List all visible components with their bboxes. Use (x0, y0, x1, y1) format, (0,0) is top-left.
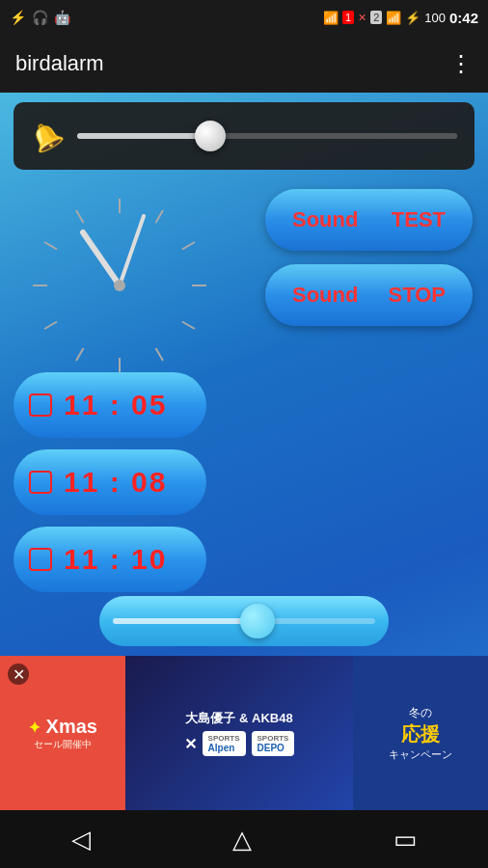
sim2-icon: 2 (370, 11, 382, 24)
sound-test-label-left: Sound (292, 207, 358, 232)
ad-campaign-text: キャンペーン (389, 747, 452, 762)
home-button[interactable]: △ (213, 817, 271, 862)
status-bar: ⚡ 🎧 🤖 📶 1 ✕ 2 📶 ⚡ 100 0:42 (0, 0, 488, 35)
ad-xmas-sub: セール開催中 (34, 738, 92, 751)
ad-sports-text: 応援 (401, 721, 440, 747)
alarm-item-1[interactable]: 11 : 08 (14, 449, 206, 515)
ad-logos: ✕ SPORTS Alpen SPORTS DEPO (184, 731, 295, 756)
svg-line-11 (76, 210, 84, 223)
clock-container (14, 179, 226, 392)
ad-xmas-title: ✦ Xmas (28, 716, 97, 738)
sound-test-label-right: TEST (392, 207, 446, 232)
svg-line-4 (182, 322, 195, 330)
volume-icon: 🔔 (25, 116, 67, 157)
ad-logo-x: ✕ (184, 735, 197, 753)
nav-bar: ◁ △ ▭ (0, 810, 488, 868)
sound-stop-label-left: Sound (292, 283, 358, 308)
ad-person-name: 大島優子 & AKB48 (185, 710, 292, 727)
more-options-icon[interactable]: ⋮ (449, 50, 473, 77)
battery-charging-icon: ⚡ (405, 11, 420, 25)
status-icons-right: 📶 1 ✕ 2 📶 ⚡ 100 0:42 (323, 10, 478, 26)
back-button[interactable]: ◁ (52, 817, 110, 862)
app-bar: birdalarm ⋮ (0, 35, 488, 93)
bottom-slider-track[interactable] (113, 618, 375, 624)
svg-point-14 (114, 280, 125, 291)
signal2-icon: 📶 (386, 11, 401, 25)
svg-line-8 (44, 322, 57, 330)
ad-banner: ✦ Xmas セール開催中 大島優子 & AKB48 ✕ SPORTS Alpe… (0, 656, 488, 810)
recents-button[interactable]: ▭ (374, 817, 437, 862)
alarm-list: 11 : 05 11 : 08 11 : 10 (14, 372, 206, 592)
bottom-slider-container[interactable] (99, 596, 389, 646)
battery-percent: 100 (424, 11, 446, 25)
alarm-checkbox-2[interactable] (29, 548, 52, 571)
alarm-item-2[interactable]: 11 : 10 (14, 527, 206, 592)
clock-svg (14, 179, 226, 392)
ad-close-button[interactable]: ✕ (8, 664, 29, 685)
alarm-checkbox-1[interactable] (29, 471, 52, 494)
app-title: birdalarm (15, 51, 104, 76)
svg-line-5 (156, 348, 164, 361)
alarm-time-1: 11 : 08 (64, 466, 167, 499)
alarm-checkbox-0[interactable] (29, 393, 52, 417)
ad-winter-text: 冬の (409, 705, 432, 721)
svg-line-10 (44, 242, 57, 250)
usb-icon: ⚡ (10, 10, 26, 25)
svg-line-12 (83, 232, 120, 285)
sound-stop-label-right: STOP (388, 283, 446, 308)
sim1-icon: 1 (342, 11, 354, 24)
volume-slider-fill (77, 133, 210, 139)
ad-right-section: 冬の 応援 キャンペーン (353, 656, 488, 810)
status-icons-left: ⚡ 🎧 🤖 (10, 10, 70, 25)
main-content: 🔔 (0, 93, 488, 810)
ad-logo-depo: SPORTS DEPO (252, 731, 295, 756)
alarm-time-0: 11 : 05 (64, 389, 167, 421)
ad-middle-section: 大島優子 & AKB48 ✕ SPORTS Alpen SPORTS DEPO (125, 656, 353, 810)
wifi-icon: 📶 (323, 11, 339, 25)
bottom-slider-fill (113, 618, 258, 624)
sound-test-button[interactable]: Sound TEST (265, 189, 473, 251)
alarm-time-2: 11 : 10 (64, 543, 167, 576)
signal-cross-icon: ✕ (358, 12, 366, 24)
right-buttons: Sound TEST Sound STOP (265, 189, 473, 326)
sound-stop-button[interactable]: Sound STOP (265, 264, 473, 326)
ad-logo-alpen: SPORTS Alpen (203, 731, 246, 756)
svg-line-13 (120, 216, 144, 285)
clock-face (14, 179, 226, 392)
svg-line-1 (156, 210, 164, 223)
svg-line-2 (182, 242, 195, 250)
svg-line-7 (76, 348, 84, 361)
volume-slider-track[interactable] (77, 133, 457, 139)
bottom-slider-thumb[interactable] (240, 604, 275, 638)
headphone-icon: 🎧 (32, 10, 48, 25)
alarm-item-0[interactable]: 11 : 05 (14, 372, 206, 438)
android-icon: 🤖 (54, 10, 70, 25)
volume-popup: 🔔 (14, 102, 474, 170)
time-display: 0:42 (449, 10, 478, 26)
volume-slider-thumb[interactable] (195, 121, 226, 151)
